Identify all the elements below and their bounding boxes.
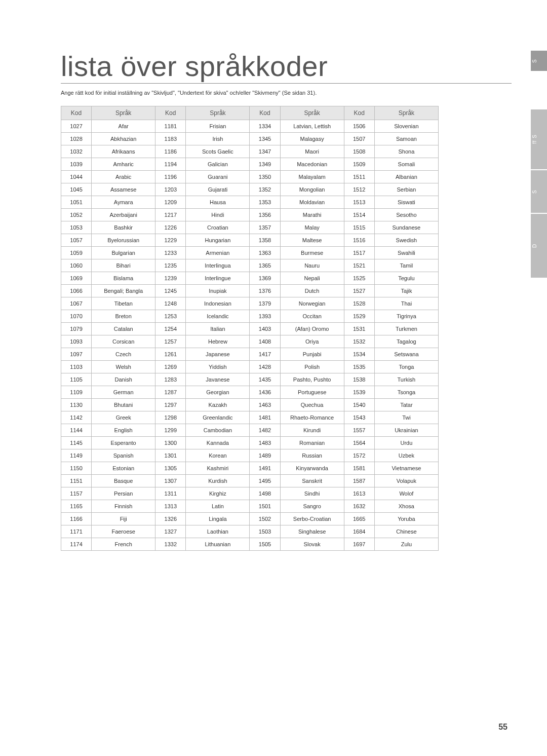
code-cell: 1239 [155, 272, 186, 285]
code-cell: 1105 [61, 373, 92, 386]
code-cell: 1261 [155, 348, 186, 361]
language-cell: Serbo-Croatian [280, 513, 344, 525]
code-cell: 1512 [344, 183, 374, 196]
code-cell: 1502 [250, 513, 280, 525]
table-row: 1067Tibetan1248Indonesian1379Norwegian15… [61, 297, 439, 310]
code-cell: 1301 [155, 449, 186, 462]
code-cell: 1482 [250, 424, 280, 437]
code-cell: 1507 [344, 133, 374, 145]
language-cell: Sindhi [280, 487, 344, 500]
code-cell: 1298 [155, 411, 186, 424]
language-cell: Javanese [186, 373, 250, 386]
language-cell: Maltese [280, 234, 344, 247]
language-cell: Slovenian [374, 120, 438, 133]
language-cell: Icelandic [186, 310, 250, 323]
code-cell: 1527 [344, 285, 374, 297]
code-cell: 1513 [344, 196, 374, 209]
language-cell: Yiddish [186, 361, 250, 373]
code-cell: 1067 [61, 297, 92, 310]
code-cell: 1149 [61, 449, 92, 462]
language-cell: Tonga [374, 361, 438, 373]
code-cell: 1196 [155, 171, 186, 183]
language-cell: Serbian [374, 183, 438, 196]
code-cell: 1044 [61, 171, 92, 183]
code-cell: 1347 [250, 145, 280, 158]
code-cell: 1525 [344, 272, 374, 285]
language-cell: Zulu [374, 538, 438, 551]
table-row: 1027Afar1181Frisian1334Latvian, Lettish1… [61, 120, 439, 133]
code-cell: 1151 [61, 475, 92, 487]
language-cell: Thai [374, 297, 438, 310]
side-tab-1: S [531, 51, 547, 71]
code-cell: 1150 [61, 462, 92, 475]
code-cell: 1186 [155, 145, 186, 158]
language-cell: Irish [186, 133, 250, 145]
header-code-3: Kod [250, 106, 280, 120]
language-cell: Yoruba [374, 513, 438, 525]
code-cell: 1183 [155, 133, 186, 145]
code-cell: 1305 [155, 462, 186, 475]
code-cell: 1515 [344, 221, 374, 234]
code-cell: 1356 [250, 209, 280, 221]
side-tab-spacer [531, 72, 547, 109]
language-cell: Bashkir [92, 221, 155, 234]
code-cell: 1529 [344, 310, 374, 323]
language-cell: Malayalam [280, 171, 344, 183]
language-cell: Twi [374, 411, 438, 424]
code-cell: 1435 [250, 373, 280, 386]
language-cell: Czech [92, 348, 155, 361]
code-cell: 1417 [250, 348, 280, 361]
code-cell: 1039 [61, 158, 92, 171]
language-cell: Bulgarian [92, 247, 155, 259]
language-cell: Arabic [92, 171, 155, 183]
code-cell: 1538 [344, 373, 374, 386]
code-cell: 1483 [250, 437, 280, 449]
language-cell: Kirghiz [186, 487, 250, 500]
side-tab-3: S [531, 170, 547, 213]
code-cell: 1311 [155, 487, 186, 500]
code-cell: 1235 [155, 259, 186, 272]
code-cell: 1516 [344, 234, 374, 247]
code-cell: 1174 [61, 538, 92, 551]
table-row: 1174French1332Lithuanian1505Slovak1697Zu… [61, 538, 439, 551]
code-cell: 1572 [344, 449, 374, 462]
code-cell: 1428 [250, 361, 280, 373]
code-cell: 1379 [250, 297, 280, 310]
language-cell: Greek [92, 411, 155, 424]
language-cell: Kazakh [186, 399, 250, 411]
language-cell: English [92, 424, 155, 437]
code-cell: 1509 [344, 158, 374, 171]
language-cell: Laothian [186, 525, 250, 538]
language-cell: Sesotho [374, 209, 438, 221]
language-cell: Kurdish [186, 475, 250, 487]
language-cell: Japanese [186, 348, 250, 361]
language-cell: Tegulu [374, 272, 438, 285]
language-cell: Tamil [374, 259, 438, 272]
language-cell: Singhalese [280, 525, 344, 538]
language-cell: Breton [92, 310, 155, 323]
table-row: 1052Azerbaijani1217Hindi1356Marathi1514S… [61, 209, 439, 221]
language-cell: Tibetan [92, 297, 155, 310]
table-row: 1039Amharic1194Galician1349Macedonian150… [61, 158, 439, 171]
table-row: 1057Byelorussian1229Hungarian1358Maltese… [61, 234, 439, 247]
header-lang-4: Språk [374, 106, 438, 120]
code-cell: 1564 [344, 437, 374, 449]
code-cell: 1245 [155, 285, 186, 297]
language-cell: Punjabi [280, 348, 344, 361]
code-cell: 1144 [61, 424, 92, 437]
table-row: 1028Abkhazian1183Irish1345Malagasy1507Sa… [61, 133, 439, 145]
table-row: 1144English1299Cambodian1482Kirundi1557U… [61, 424, 439, 437]
language-cell: Guarani [186, 171, 250, 183]
code-cell: 1365 [250, 259, 280, 272]
code-cell: 1313 [155, 500, 186, 513]
language-cell: Turkish [374, 373, 438, 386]
language-cell: Scots Gaelic [186, 145, 250, 158]
header-code-2: Kod [155, 106, 186, 120]
code-cell: 1269 [155, 361, 186, 373]
language-cell: Swahili [374, 247, 438, 259]
language-cell: Sanskrit [280, 475, 344, 487]
code-cell: 1517 [344, 247, 374, 259]
code-cell: 1103 [61, 361, 92, 373]
language-cell: Galician [186, 158, 250, 171]
table-row: 1069Bislama1239Interlingue1369Nepali1525… [61, 272, 439, 285]
